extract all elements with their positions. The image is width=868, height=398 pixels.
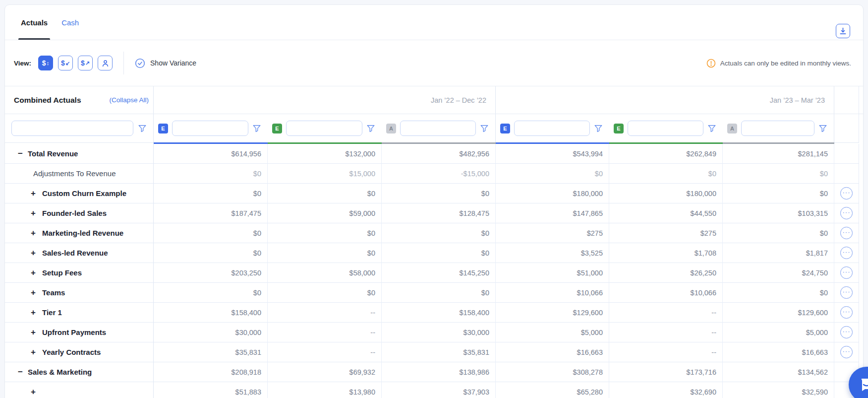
filter-icon[interactable] <box>480 124 489 133</box>
value-cell[interactable]: $0 <box>268 223 382 243</box>
value-cell[interactable]: $103,315 <box>723 203 834 223</box>
value-cell[interactable]: $0 <box>496 164 609 184</box>
row-menu-button[interactable]: ··· <box>840 266 853 279</box>
value-cell[interactable]: $35,831 <box>154 342 268 362</box>
row-expander[interactable]: + <box>29 209 38 217</box>
tab-cash[interactable]: Cash <box>61 5 79 40</box>
value-cell[interactable]: -- <box>268 323 382 342</box>
row-expander[interactable]: + <box>29 308 38 317</box>
value-cell[interactable]: $129,600 <box>496 303 609 323</box>
download-button[interactable] <box>836 24 850 38</box>
value-cell[interactable]: $0 <box>609 164 723 184</box>
value-cell[interactable]: $26,250 <box>609 263 723 283</box>
value-cell[interactable]: $208,918 <box>154 362 268 382</box>
row-filter-input[interactable] <box>11 121 133 136</box>
value-cell[interactable]: $0 <box>382 243 496 263</box>
value-cell[interactable]: $5,000 <box>723 323 834 342</box>
value-cell[interactable]: $30,000 <box>382 323 496 342</box>
row-expander[interactable]: − <box>16 149 25 158</box>
value-cell[interactable]: $5,000 <box>496 323 609 342</box>
value-cell[interactable]: $0 <box>723 164 834 184</box>
value-cell[interactable]: $10,066 <box>496 283 609 303</box>
value-cell[interactable]: -- <box>609 303 723 323</box>
row-menu-button[interactable]: ··· <box>840 326 853 338</box>
value-cell[interactable]: $543,994 <box>496 144 609 164</box>
column-filter-input[interactable] <box>514 121 590 136</box>
value-cell[interactable]: $0 <box>154 184 268 203</box>
value-cell[interactable]: $281,145 <box>723 144 834 164</box>
value-cell[interactable]: $138,986 <box>382 362 496 382</box>
row-expander[interactable]: + <box>29 388 38 396</box>
column-filter-input[interactable] <box>286 121 362 136</box>
value-cell[interactable]: $0 <box>268 243 382 263</box>
value-cell[interactable]: $3,525 <box>496 243 609 263</box>
value-cell[interactable]: $16,663 <box>723 342 834 362</box>
show-variance-toggle[interactable]: Show Variance <box>135 58 196 68</box>
view-button-dollar-in[interactable]: $↙ <box>58 56 73 70</box>
value-cell[interactable]: $44,550 <box>609 203 723 223</box>
row-menu-button[interactable]: ··· <box>840 187 853 199</box>
row-menu-button[interactable]: ··· <box>840 346 853 358</box>
value-cell[interactable]: $128,475 <box>382 203 496 223</box>
value-cell[interactable]: $308,278 <box>496 362 609 382</box>
value-cell[interactable]: -$15,000 <box>382 164 496 184</box>
value-cell[interactable]: $51,883 <box>154 382 268 398</box>
value-cell[interactable]: $10,066 <box>609 283 723 303</box>
value-cell[interactable]: $614,956 <box>154 144 268 164</box>
row-expander[interactable]: + <box>29 229 38 237</box>
row-expander[interactable]: + <box>29 268 38 277</box>
value-cell[interactable]: $275 <box>609 223 723 243</box>
value-cell[interactable]: $129,600 <box>723 303 834 323</box>
value-cell[interactable]: -- <box>609 342 723 362</box>
value-cell[interactable]: $13,980 <box>268 382 382 398</box>
value-cell[interactable]: $0 <box>154 223 268 243</box>
value-cell[interactable]: $145,250 <box>382 263 496 283</box>
filter-icon[interactable] <box>252 124 261 133</box>
value-cell[interactable]: $15,000 <box>268 164 382 184</box>
value-cell[interactable]: $173,716 <box>609 362 723 382</box>
row-expander[interactable]: + <box>29 348 38 356</box>
row-expander[interactable]: + <box>29 288 38 297</box>
row-menu-button[interactable]: ··· <box>840 207 853 219</box>
value-cell[interactable]: $180,000 <box>496 184 609 203</box>
row-expander[interactable]: − <box>16 368 25 376</box>
row-menu-button[interactable]: ··· <box>840 286 853 299</box>
filter-icon[interactable] <box>818 124 827 133</box>
row-menu-button[interactable]: ··· <box>840 247 853 259</box>
value-cell[interactable]: $0 <box>154 283 268 303</box>
view-button-dollar-out[interactable]: $↗ <box>78 56 93 70</box>
value-cell[interactable]: $16,663 <box>496 342 609 362</box>
tab-actuals[interactable]: Actuals <box>21 5 48 40</box>
filter-icon[interactable] <box>707 124 716 133</box>
value-cell[interactable]: $134,562 <box>723 362 834 382</box>
value-cell[interactable]: $203,250 <box>154 263 268 283</box>
value-cell[interactable]: $0 <box>382 283 496 303</box>
value-cell[interactable]: $0 <box>382 184 496 203</box>
filter-icon[interactable] <box>366 124 375 133</box>
value-cell[interactable]: $132,000 <box>268 144 382 164</box>
value-cell[interactable]: $35,831 <box>382 342 496 362</box>
value-cell[interactable]: $158,400 <box>382 303 496 323</box>
value-cell[interactable]: $24,750 <box>723 263 834 283</box>
value-cell[interactable]: $65,280 <box>496 382 609 398</box>
value-cell[interactable]: $0 <box>154 243 268 263</box>
filter-icon[interactable] <box>138 124 147 133</box>
value-cell[interactable]: $0 <box>723 223 834 243</box>
value-cell[interactable]: $30,000 <box>154 323 268 342</box>
row-menu-button[interactable]: ··· <box>840 227 853 239</box>
value-cell[interactable]: $32,690 <box>609 382 723 398</box>
value-cell[interactable]: $69,932 <box>268 362 382 382</box>
value-cell[interactable]: -- <box>268 303 382 323</box>
row-expander[interactable]: + <box>29 249 38 257</box>
row-expander[interactable]: + <box>29 328 38 336</box>
column-filter-input[interactable] <box>628 121 703 136</box>
value-cell[interactable]: $1,817 <box>723 243 834 263</box>
value-cell[interactable]: $275 <box>496 223 609 243</box>
view-button-headcount[interactable] <box>98 56 113 70</box>
column-filter-input[interactable] <box>741 121 814 136</box>
column-filter-input[interactable] <box>400 121 476 136</box>
value-cell[interactable]: $187,475 <box>154 203 268 223</box>
value-cell[interactable]: $180,000 <box>609 184 723 203</box>
value-cell[interactable]: $0 <box>723 184 834 203</box>
value-cell[interactable]: $37,903 <box>382 382 496 398</box>
